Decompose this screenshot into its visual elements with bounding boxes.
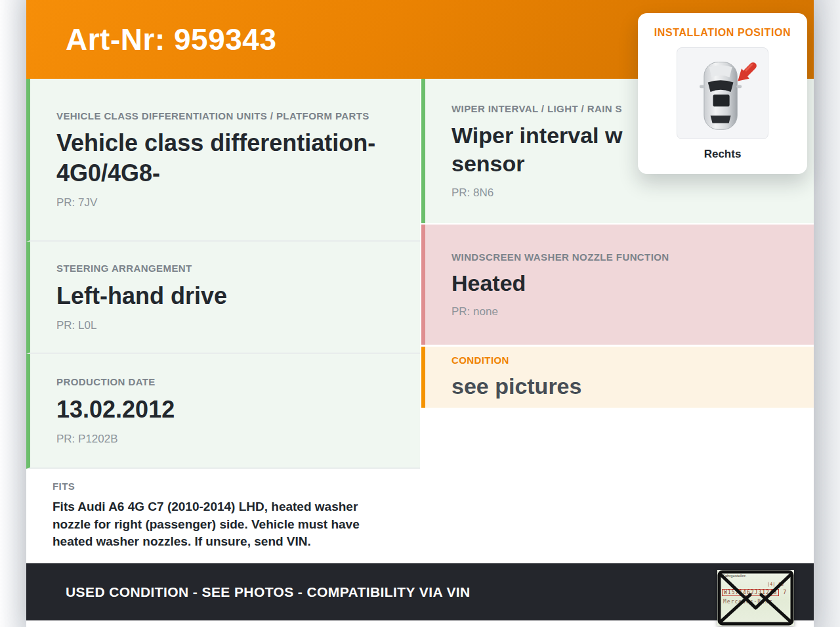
card-label: CONDITION bbox=[452, 354, 791, 367]
article-number-title: Art-Nr: 959343 bbox=[66, 22, 276, 57]
installation-position-value: Rechts bbox=[638, 148, 807, 161]
pr-code: PR: P1202B bbox=[56, 433, 398, 446]
car-position-image-box bbox=[677, 47, 768, 139]
left-mirror bbox=[700, 85, 705, 88]
left-column: VEHICLE CLASS DIFFERENTIATION UNITS / PL… bbox=[26, 79, 420, 562]
fits-description: Fits Audi A6 4G C7 (2010-2014) LHD, heat… bbox=[52, 498, 398, 551]
card-production-date: PRODUCTION DATE 13.02.2012 PR: P1202B bbox=[26, 354, 420, 469]
car-top-view-icon bbox=[684, 52, 761, 135]
envelope-icon bbox=[717, 570, 794, 626]
card-value: Vehicle class differentiation- 4G0/4G8- bbox=[56, 128, 398, 188]
card-vehicle-class: VEHICLE CLASS DIFFERENTIATION UNITS / PL… bbox=[26, 79, 420, 242]
card-label: FITS bbox=[52, 480, 398, 493]
installation-position-card: INSTALLATION POSITION bbox=[638, 13, 807, 174]
card-fits: FITS Fits Audi A6 4G C7 (2010-2014) LHD,… bbox=[26, 469, 420, 562]
red-direction-arrow-icon bbox=[738, 64, 753, 81]
card-label: WINDSCREEN WASHER NOZZLE FUNCTION bbox=[452, 251, 791, 264]
right-mirror bbox=[736, 85, 742, 88]
vehicle-registration-image: Fahrgestellnr. |4| Au W1571462J31248 7 M… bbox=[717, 570, 794, 626]
pr-code: PR: 8N6 bbox=[452, 186, 791, 200]
installation-position-title: INSTALLATION POSITION bbox=[638, 27, 807, 39]
card-value: Left-hand drive bbox=[56, 281, 398, 311]
card-label: PRODUCTION DATE bbox=[56, 376, 398, 389]
card-label: VEHICLE CLASS DIFFERENTIATION UNITS / PL… bbox=[56, 110, 398, 123]
card-washer-nozzle-function: WINDSCREEN WASHER NOZZLE FUNCTION Heated… bbox=[421, 225, 814, 345]
pr-code: PR: L0L bbox=[56, 319, 398, 332]
card-label: STEERING ARRANGEMENT bbox=[56, 262, 398, 275]
pr-code: PR: none bbox=[452, 305, 791, 318]
card-value: Heated bbox=[452, 269, 791, 298]
card-value: see pictures bbox=[452, 372, 791, 401]
pr-code: PR: 7JV bbox=[56, 196, 398, 209]
footer-text: USED CONDITION - SEE PHOTOS - COMPATIBIL… bbox=[66, 584, 471, 600]
card-value: 13.02.2012 bbox=[56, 395, 398, 425]
product-listing-page: Art-Nr: 959343 VEHICLE CLASS DIFFERENTIA… bbox=[0, 0, 840, 627]
card-condition: CONDITION see pictures bbox=[421, 347, 814, 408]
footer-bar: USED CONDITION - SEE PHOTOS - COMPATIBIL… bbox=[26, 563, 814, 620]
card-steering-arrangement: STEERING ARRANGEMENT Left-hand drive PR:… bbox=[26, 242, 420, 354]
